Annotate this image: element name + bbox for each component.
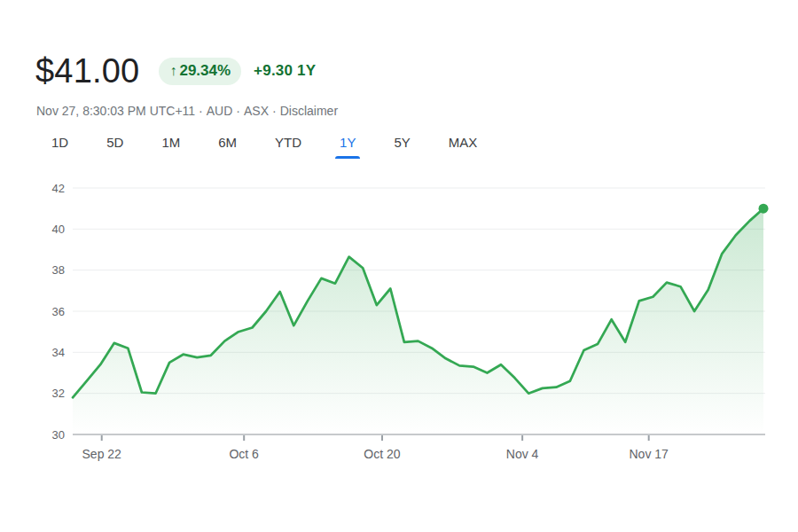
y-axis-label: 32 (52, 387, 65, 400)
y-axis-label: 42 (52, 182, 65, 195)
y-axis-label: 30 (52, 428, 65, 442)
last-price-dot (759, 204, 769, 214)
y-axis-label: 38 (52, 263, 65, 277)
y-axis-label: 34 (52, 346, 65, 359)
price-chart-svg[interactable]: 30323436384042Sep 22Oct 6Oct 20Nov 4Nov … (0, 0, 798, 532)
x-axis-label: Oct 6 (229, 447, 259, 461)
x-axis-label: Nov 4 (506, 447, 539, 461)
y-axis-label: 40 (52, 223, 65, 236)
x-axis-label: Sep 22 (82, 447, 122, 461)
x-axis-label: Nov 17 (630, 447, 669, 461)
finance-quote-panel: $41.00 ↑ 29.34% +9.30 1Y Nov 27, 8:30:03… (0, 0, 798, 532)
y-axis-label: 36 (52, 305, 65, 318)
area-fill (73, 208, 763, 434)
x-axis-label: Oct 20 (364, 447, 400, 461)
